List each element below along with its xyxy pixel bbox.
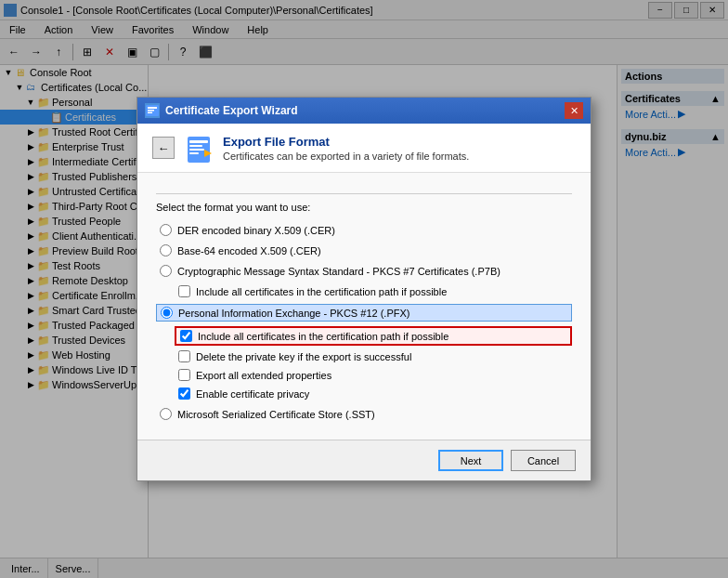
option-der[interactable]: DER encoded binary X.509 (.CER) [156, 222, 572, 238]
checkbox-include-pkcs7[interactable] [178, 285, 190, 297]
label-pkcs12: Personal Information Exchange - PKCS #12… [178, 308, 410, 319]
option-include-pkcs7[interactable]: Include all certificates in the certific… [175, 283, 572, 299]
checkbox-export-ext[interactable] [178, 369, 190, 381]
option-pkcs12[interactable]: Personal Information Exchange - PKCS #12… [156, 304, 572, 322]
svg-rect-5 [189, 140, 208, 143]
option-export-ext[interactable]: Export all extended properties [175, 367, 572, 383]
label-cert-privacy: Enable certificate privacy [196, 388, 309, 400]
checkbox-include-pkcs12[interactable] [180, 330, 192, 342]
next-button[interactable]: Next [438, 450, 503, 471]
dialog-close-button[interactable]: ✕ [565, 102, 583, 119]
dialog-title-icon [145, 103, 160, 118]
label-pkcs7: Cryptographic Message Syntax Standard - … [177, 266, 500, 277]
wizard-header-text: Export File Format Certificates can be e… [223, 135, 469, 162]
dialog-titlebar: Certificate Export Wizard ✕ [137, 98, 591, 124]
dialog-title-text: Certificate Export Wizard [165, 104, 565, 117]
certificate-export-dialog: Certificate Export Wizard ✕ ← Export Fil… [136, 97, 592, 481]
option-cert-privacy[interactable]: Enable certificate privacy [175, 386, 572, 401]
checkbox-delete-key[interactable] [178, 350, 190, 362]
radio-der[interactable] [160, 224, 172, 236]
option-delete-key[interactable]: Delete the private key if the export is … [175, 348, 572, 364]
label-der: DER encoded binary X.509 (.CER) [177, 225, 335, 236]
svg-rect-1 [148, 107, 157, 109]
radio-sst[interactable] [160, 408, 172, 420]
dialog-footer: Next Cancel [137, 440, 591, 480]
option-base64[interactable]: Base-64 encoded X.509 (.CER) [156, 243, 572, 258]
cancel-button[interactable]: Cancel [511, 450, 576, 471]
modal-overlay: Certificate Export Wizard ✕ ← Export Fil… [0, 0, 728, 578]
option-sst[interactable]: Microsoft Serialized Certificate Store (… [156, 406, 572, 422]
select-format-label: Select the format you want to use: [156, 202, 572, 213]
radio-pkcs12[interactable] [161, 307, 173, 319]
wizard-title: Export File Format [223, 135, 469, 149]
svg-rect-8 [189, 152, 199, 154]
label-sst: Microsoft Serialized Certificate Store (… [177, 409, 375, 420]
svg-rect-2 [148, 110, 154, 112]
svg-rect-6 [189, 145, 202, 147]
checkbox-cert-privacy[interactable] [178, 388, 190, 400]
label-include-pkcs12: Include all certificates in the certific… [198, 331, 448, 342]
wizard-header: ← Export File Format Certificates can be… [137, 124, 591, 173]
svg-rect-7 [189, 149, 204, 151]
radio-base64[interactable] [160, 244, 172, 256]
dialog-content: Select the format you want to use: DER e… [137, 173, 591, 440]
option-pkcs7[interactable]: Cryptographic Message Syntax Standard - … [156, 263, 572, 279]
label-include-pkcs7: Include all certificates in the certific… [196, 286, 447, 297]
option-include-pkcs12[interactable]: Include all certificates in the certific… [175, 326, 572, 346]
label-base64: Base-64 encoded X.509 (.CER) [177, 245, 321, 256]
wizard-header-icon [184, 133, 214, 163]
label-delete-key: Delete the private key if the export is … [196, 351, 411, 362]
divider-1 [156, 193, 572, 194]
svg-rect-3 [148, 112, 152, 114]
radio-pkcs7[interactable] [160, 265, 172, 277]
wizard-desc: Certificates can be exported in a variet… [223, 151, 469, 162]
wizard-back-button[interactable]: ← [152, 137, 175, 159]
label-export-ext: Export all extended properties [196, 370, 332, 381]
